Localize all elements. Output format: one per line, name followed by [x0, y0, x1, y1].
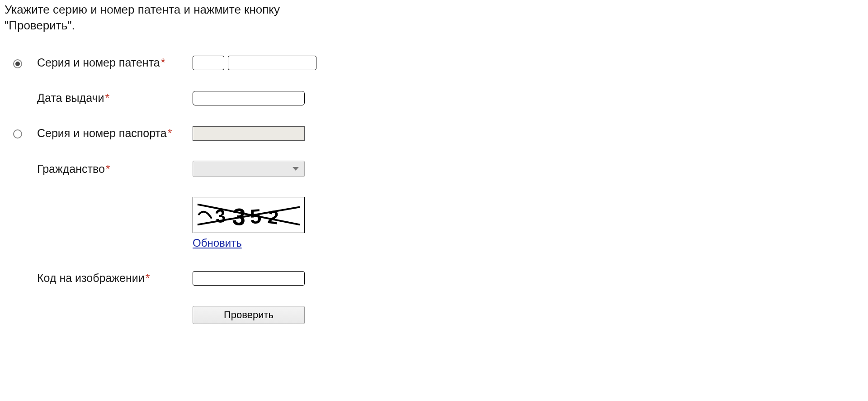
- required-marker: *: [105, 91, 110, 104]
- label-citizenship: Гражданство*: [37, 162, 182, 177]
- radio-passport[interactable]: [13, 129, 22, 138]
- citizenship-select[interactable]: [193, 161, 305, 177]
- svg-text:5: 5: [249, 205, 262, 229]
- patent-series-input[interactable]: [193, 56, 224, 70]
- required-marker: *: [146, 272, 150, 284]
- label-captcha-code: Код на изображении*: [37, 271, 182, 286]
- submit-button[interactable]: Проверить: [193, 306, 305, 324]
- captcha-image: 3 3 5 2: [193, 197, 305, 233]
- date-input[interactable]: [193, 91, 305, 105]
- patent-number-input[interactable]: [228, 56, 316, 70]
- svg-text:2: 2: [267, 206, 280, 229]
- captcha-refresh-link[interactable]: Обновить: [193, 236, 242, 250]
- captcha-code-input[interactable]: [193, 271, 305, 286]
- required-marker: *: [106, 162, 110, 175]
- required-marker: *: [168, 127, 172, 139]
- patent-form: Серия и номер патента* Дата выдачи* Сер: [5, 55, 547, 324]
- passport-input: [193, 126, 305, 141]
- label-patent: Серия и номер патента*: [37, 55, 182, 71]
- label-passport: Серия и номер паспорта*: [37, 126, 182, 141]
- chevron-down-icon: [292, 167, 299, 171]
- required-marker: *: [161, 56, 165, 69]
- intro-text: Укажите серию и номер патента и нажмите …: [5, 2, 330, 33]
- label-date: Дата выдачи*: [37, 91, 182, 106]
- svg-text:3: 3: [231, 203, 246, 230]
- svg-text:3: 3: [214, 205, 226, 227]
- radio-patent[interactable]: [13, 59, 22, 68]
